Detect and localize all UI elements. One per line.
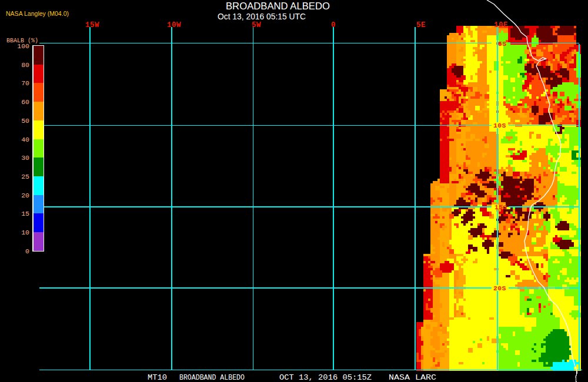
svg-text:15S: 15S: [495, 203, 507, 211]
svg-text:10S: 10S: [493, 122, 506, 129]
svg-text:MT10: MT10: [148, 373, 167, 382]
svg-text:15: 15: [21, 210, 29, 217]
svg-text:10E: 10E: [494, 21, 508, 29]
svg-text:OCT 13, 2016 05:15Z: OCT 13, 2016 05:15Z: [279, 373, 372, 382]
svg-text:5S: 5S: [498, 40, 506, 48]
svg-text:25: 25: [21, 173, 29, 180]
svg-text:5W: 5W: [252, 21, 261, 29]
svg-text:30: 30: [21, 154, 29, 162]
svg-text:50: 50: [21, 117, 29, 125]
svg-text:40: 40: [21, 136, 29, 143]
svg-text:20: 20: [21, 192, 29, 199]
svg-text:20S: 20S: [493, 284, 506, 292]
svg-text:5E: 5E: [416, 21, 426, 29]
svg-text:NASA LARC: NASA LARC: [389, 373, 436, 382]
svg-text:70: 70: [21, 79, 29, 87]
svg-text:10: 10: [21, 229, 29, 236]
svg-text:15W: 15W: [85, 21, 99, 29]
svg-text:BBALB (%): BBALB (%): [6, 38, 38, 44]
svg-text:NASA Langley (M04.0): NASA Langley (M04.0): [6, 10, 69, 17]
svg-text:BROADBAND ALBEDO: BROADBAND ALBEDO: [226, 1, 330, 11]
svg-text:BROADBAND ALBEDO: BROADBAND ALBEDO: [179, 373, 245, 382]
svg-text:60: 60: [21, 98, 29, 106]
svg-text:0: 0: [25, 247, 29, 255]
svg-text:80: 80: [21, 61, 29, 69]
svg-text:10W: 10W: [167, 21, 181, 29]
svg-text:0: 0: [331, 21, 336, 29]
svg-text:Oct 13, 2016 05:15 UTC: Oct 13, 2016 05:15 UTC: [218, 11, 306, 21]
